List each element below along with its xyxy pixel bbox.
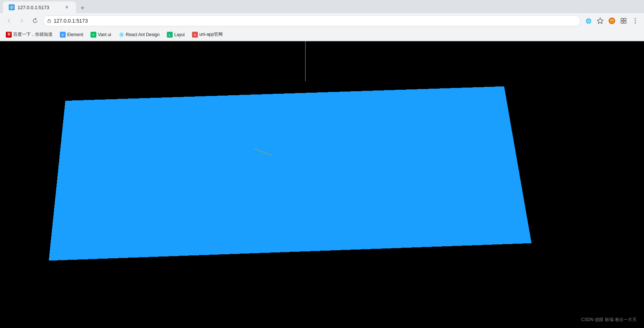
extensions-button[interactable]: [618, 16, 629, 26]
svg-text:L: L: [169, 34, 171, 36]
footer-watermark: CSDN @跟 耿瑞 卷出一片天: [581, 317, 637, 323]
bookmark-layui-label: Layui: [174, 32, 185, 37]
svg-marker-4: [597, 18, 603, 24]
active-tab[interactable]: ⚡ 127.0.0.1:5173 ✕: [3, 1, 76, 13]
bookmark-element[interactable]: E Element: [57, 30, 86, 39]
toolbar: 127.0.0.1:5173 🌐: [0, 13, 644, 28]
svg-point-15: [635, 18, 636, 19]
svg-text:U: U: [194, 34, 196, 36]
tab-bar: ⚡ 127.0.0.1:5173 ✕ +: [0, 0, 644, 13]
svg-point-22: [121, 34, 122, 35]
refresh-button[interactable]: [30, 16, 40, 26]
bookmark-star-button[interactable]: [595, 16, 605, 26]
uniapp-favicon: U: [192, 32, 198, 38]
bookmark-element-label: Element: [67, 32, 83, 37]
svg-point-9: [611, 20, 611, 20]
bookmark-react-ant-label: React Ant Design: [126, 32, 160, 37]
svg-point-10: [613, 20, 613, 20]
security-lock-icon: [47, 19, 51, 23]
address-bar[interactable]: 127.0.0.1:5173: [43, 15, 580, 26]
svg-text:⚡: ⚡: [10, 5, 14, 10]
back-button[interactable]: [4, 16, 14, 26]
svg-point-16: [635, 20, 636, 22]
translate-button[interactable]: 🌐: [583, 16, 594, 26]
chrome-menu-button[interactable]: [630, 16, 640, 26]
diagonal-line: [254, 149, 273, 156]
svg-rect-11: [621, 18, 623, 20]
baidu-favicon: 百: [6, 32, 12, 38]
bookmark-uniapp[interactable]: U uni-app官网: [189, 30, 226, 39]
bookmark-react-ant[interactable]: React Ant Design: [116, 30, 163, 39]
svg-rect-12: [624, 18, 626, 20]
svg-point-6: [610, 19, 614, 23]
bookmark-baidu-label: 百度一下，你就知道: [13, 31, 53, 38]
url-text: 127.0.0.1:5173: [54, 18, 88, 24]
tab-title: 127.0.0.1:5173: [18, 5, 49, 10]
bookmark-layui[interactable]: L Layui: [164, 30, 188, 39]
blue-3d-plane: [49, 86, 532, 261]
layui-favicon: L: [167, 32, 173, 38]
vant-favicon: V: [91, 32, 96, 38]
tab-close-button[interactable]: ✕: [64, 4, 70, 11]
browser-chrome: ⚡ 127.0.0.1:5173 ✕ +: [0, 0, 644, 41]
forward-button[interactable]: [17, 16, 27, 26]
watermark-text: CSDN @跟 耿瑞 卷出一片天: [581, 317, 637, 322]
toolbar-right: 🌐: [583, 16, 640, 26]
page-content: CSDN @跟 耿瑞 卷出一片天: [0, 41, 644, 328]
vertical-green-line: [305, 41, 306, 81]
bookmark-uniapp-label: uni-app官网: [199, 31, 223, 38]
svg-text:🌐: 🌐: [586, 18, 592, 24]
svg-point-17: [635, 23, 636, 24]
element-favicon: E: [60, 32, 66, 38]
svg-text:V: V: [93, 34, 95, 36]
bookmark-baidu[interactable]: 百 百度一下，你就知道: [3, 30, 55, 39]
bookmarks-bar: 百 百度一下，你就知道 E Element V Vant ui: [0, 28, 644, 41]
svg-rect-14: [624, 21, 626, 23]
tab-favicon: ⚡: [9, 4, 15, 10]
new-tab-button[interactable]: +: [77, 3, 88, 13]
svg-rect-13: [621, 21, 623, 23]
svg-rect-2: [48, 20, 51, 23]
bookmark-vant-label: Vant ui: [98, 32, 111, 37]
bookmark-vant[interactable]: V Vant ui: [88, 30, 114, 39]
profile-avatar-button[interactable]: [607, 16, 617, 26]
svg-text:E: E: [62, 34, 64, 36]
react-ant-favicon: [119, 32, 124, 38]
